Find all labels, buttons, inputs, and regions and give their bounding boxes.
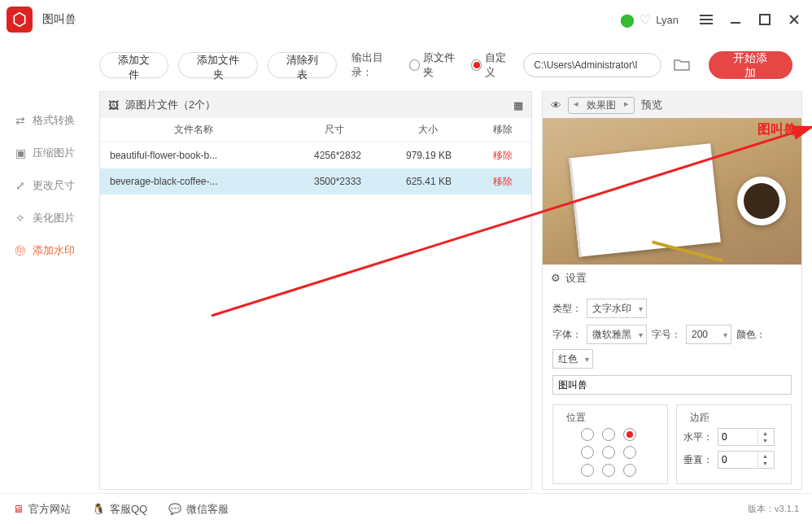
resize-icon: ⤢ bbox=[13, 179, 28, 192]
pos-mid-left[interactable] bbox=[581, 446, 594, 459]
cell-filename: beverage-black-coffee-... bbox=[100, 176, 292, 187]
preview-settings-panel: 👁 效果图 预览 图叫兽 ⚙ 设置 类型： bbox=[542, 91, 802, 490]
pos-bot-center[interactable] bbox=[602, 464, 615, 477]
user-name: Lyan bbox=[656, 14, 679, 26]
cell-dimension: 4256*2832 bbox=[292, 150, 383, 161]
pos-bot-left[interactable] bbox=[581, 464, 594, 477]
wechat-icon: ⬤ bbox=[620, 12, 635, 28]
remove-row-link[interactable]: 移除 bbox=[474, 175, 531, 189]
monitor-icon: 🖥 bbox=[13, 503, 24, 515]
watermark-text-input[interactable] bbox=[552, 375, 792, 395]
remove-row-link[interactable]: 移除 bbox=[474, 149, 531, 163]
color-label: 颜色： bbox=[736, 328, 766, 342]
output-path-input[interactable] bbox=[523, 53, 661, 77]
position-title: 位置 bbox=[563, 411, 589, 425]
footer: 🖥官方网站 🐧客服QQ 💬微信客服 版本：v3.1.1 bbox=[0, 493, 812, 524]
col-header-size: 大小 bbox=[381, 123, 474, 137]
watermark-sample-text: 图叫兽 bbox=[757, 121, 797, 138]
heart-icon: ♡ bbox=[640, 12, 651, 28]
eye-icon: 👁 bbox=[551, 99, 561, 111]
start-button[interactable]: 开始添加 bbox=[709, 51, 792, 79]
col-header-name: 文件名称 bbox=[100, 123, 287, 137]
pos-mid-right[interactable] bbox=[623, 446, 636, 459]
user-area[interactable]: ⬤ ♡ Lyan bbox=[620, 12, 679, 28]
font-label: 字体： bbox=[552, 328, 582, 342]
pos-top-center[interactable] bbox=[602, 428, 615, 441]
cell-dimension: 3500*2333 bbox=[292, 176, 383, 187]
sidebar: ⇄格式转换 ▣压缩图片 ⤢更改尺寸 ✧美化图片 ㊞添加水印 bbox=[0, 39, 89, 493]
clear-list-button[interactable]: 清除列表 bbox=[268, 52, 337, 78]
settings-header: 设置 bbox=[565, 271, 587, 286]
qq-icon: 🐧 bbox=[92, 503, 105, 515]
app-logo-icon bbox=[7, 7, 33, 33]
sidebar-item-label: 美化图片 bbox=[33, 211, 75, 225]
menu-button[interactable] bbox=[695, 8, 718, 31]
compress-icon: ▣ bbox=[13, 146, 28, 159]
gear-icon: ⚙ bbox=[551, 272, 561, 284]
app-title: 图叫兽 bbox=[42, 12, 76, 27]
radio-original-folder[interactable]: 原文件夹 bbox=[409, 50, 461, 80]
font-size-select[interactable]: 200 bbox=[686, 325, 731, 344]
size-label: 字号： bbox=[652, 328, 681, 342]
type-select[interactable]: 文字水印 bbox=[587, 299, 647, 318]
col-header-dimension: 尺寸 bbox=[287, 123, 381, 137]
file-panel-title: 源图片文件（2个） bbox=[125, 98, 216, 112]
h-margin-label: 水平： bbox=[683, 430, 713, 444]
browse-folder-button[interactable] bbox=[671, 54, 692, 76]
qq-support-link[interactable]: 🐧客服QQ bbox=[92, 502, 147, 517]
v-margin-label: 垂直： bbox=[683, 453, 713, 467]
sidebar-item-watermark[interactable]: ㊞添加水印 bbox=[0, 234, 89, 267]
sidebar-item-label: 压缩图片 bbox=[33, 146, 75, 160]
maximize-button[interactable] bbox=[753, 8, 776, 31]
preview-mode-selector[interactable]: 效果图 bbox=[568, 97, 635, 114]
sidebar-item-format[interactable]: ⇄格式转换 bbox=[0, 104, 89, 137]
minimize-button[interactable] bbox=[724, 8, 747, 31]
preview-area: 图叫兽 bbox=[543, 118, 801, 264]
sidebar-item-label: 添加水印 bbox=[33, 243, 75, 258]
grid-view-icon[interactable]: ▦ bbox=[513, 99, 523, 111]
color-select[interactable]: 红色 bbox=[552, 349, 593, 369]
close-button[interactable] bbox=[783, 8, 805, 31]
h-margin-spinner[interactable]: ▲▼ bbox=[718, 428, 775, 446]
wechat-support-link[interactable]: 💬微信客服 bbox=[168, 502, 229, 517]
cell-size: 625.41 KB bbox=[383, 176, 474, 187]
type-label: 类型： bbox=[552, 302, 582, 316]
pos-top-right[interactable] bbox=[623, 428, 636, 441]
official-site-link[interactable]: 🖥官方网站 bbox=[13, 502, 71, 517]
title-bar: 图叫兽 ⬤ ♡ Lyan bbox=[0, 0, 812, 39]
col-header-remove: 移除 bbox=[474, 123, 531, 137]
sidebar-item-label: 更改尺寸 bbox=[33, 178, 75, 193]
cell-size: 979.19 KB bbox=[383, 150, 474, 161]
margin-title: 边距 bbox=[687, 411, 713, 425]
v-margin-spinner[interactable]: ▲▼ bbox=[718, 451, 775, 469]
table-header: 文件名称 尺寸 大小 移除 bbox=[100, 118, 531, 142]
table-row[interactable]: beautiful-flower-book-b... 4256*2832 979… bbox=[100, 142, 531, 168]
version-label: 版本：v3.1.1 bbox=[748, 503, 799, 515]
output-dir-label: 输出目录： bbox=[351, 50, 399, 80]
svg-rect-1 bbox=[760, 15, 770, 24]
add-folder-button[interactable]: 添加文件夹 bbox=[178, 52, 257, 78]
pos-bot-right[interactable] bbox=[623, 464, 636, 477]
font-select[interactable]: 微软雅黑 bbox=[587, 325, 647, 344]
convert-icon: ⇄ bbox=[13, 114, 28, 127]
table-row[interactable]: beverage-black-coffee-... 3500*2333 625.… bbox=[100, 168, 531, 194]
position-fieldset: 位置 bbox=[552, 404, 668, 484]
image-icon: 🖼 bbox=[108, 99, 119, 111]
pos-mid-center[interactable] bbox=[602, 446, 615, 459]
toolbar: 添加文件 添加文件夹 清除列表 输出目录： 原文件夹 自定义 开始添加 bbox=[89, 39, 802, 91]
sidebar-item-enhance[interactable]: ✧美化图片 bbox=[0, 202, 89, 234]
preview-label: 预览 bbox=[641, 98, 662, 112]
wechat-icon: 💬 bbox=[168, 503, 181, 515]
watermark-icon: ㊞ bbox=[13, 243, 28, 258]
file-list-panel: 🖼 源图片文件（2个） ▦ 文件名称 尺寸 大小 移除 beautiful-fl… bbox=[99, 91, 532, 490]
radio-custom-folder[interactable]: 自定义 bbox=[471, 50, 513, 80]
pos-top-left[interactable] bbox=[581, 428, 594, 441]
sidebar-item-compress[interactable]: ▣压缩图片 bbox=[0, 137, 89, 169]
add-file-button[interactable]: 添加文件 bbox=[99, 52, 168, 78]
sidebar-item-label: 格式转换 bbox=[33, 113, 75, 128]
cell-filename: beautiful-flower-book-b... bbox=[100, 150, 292, 161]
margin-fieldset: 边距 水平： ▲▼ 垂直： ▲▼ bbox=[676, 404, 792, 484]
sidebar-item-resize[interactable]: ⤢更改尺寸 bbox=[0, 169, 89, 202]
enhance-icon: ✧ bbox=[13, 212, 28, 225]
